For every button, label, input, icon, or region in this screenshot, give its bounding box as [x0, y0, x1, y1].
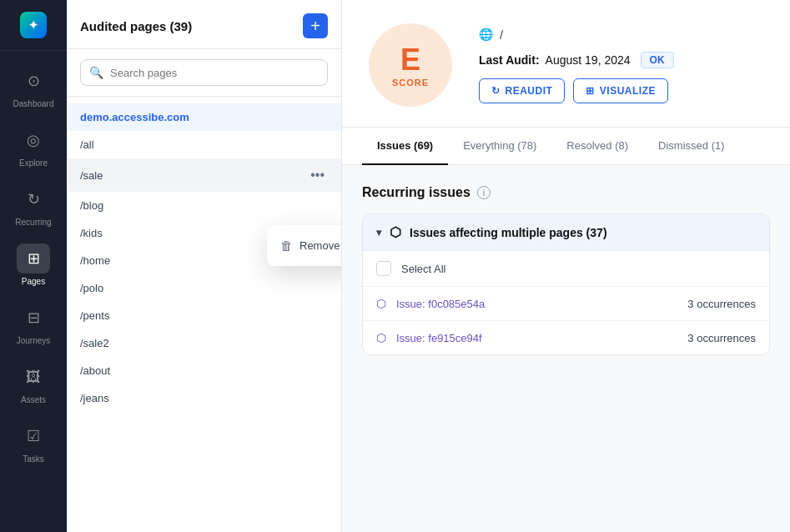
sidebar-item-dashboard[interactable]: ⊙ Dashboard [0, 58, 67, 117]
trash-icon: 🗑 [280, 238, 293, 253]
score-circle: E SCORE [369, 23, 452, 107]
search-input-wrap[interactable]: 🔍 [80, 59, 328, 86]
sidebar-item-label: Assets [21, 395, 46, 404]
context-menu: 🗑 Remove Page [267, 225, 342, 266]
page-item-sale[interactable]: /sale ••• [67, 158, 341, 192]
globe-icon: 🌐 [479, 28, 493, 41]
sidebar-header: Audited pages (39) + [67, 0, 341, 49]
page-url-row: 🌐 / [479, 28, 674, 42]
tab-everything[interactable]: Everything (78) [448, 128, 551, 165]
group-header: ▾ ⬡ Issues affecting multiple pages (37) [363, 214, 769, 250]
page-header: E SCORE 🌐 / Last Audit: August 19, 2024 … [342, 0, 790, 128]
audit-row: Last Audit: August 19, 2024 OK [479, 52, 674, 68]
explore-icon: ◎ [27, 131, 40, 149]
page-item-pents[interactable]: /pents [67, 302, 341, 329]
chevron-down-icon[interactable]: ▾ [376, 227, 381, 238]
page-item-jeans[interactable]: /jeans [67, 384, 341, 412]
sidebar-item-label: Pages [22, 277, 45, 286]
sidebar-title: Audited pages (39) [80, 19, 192, 33]
sidebar-item-label: Explore [19, 158, 48, 168]
issue-link-1[interactable]: Issue: f0c085e54a [396, 298, 485, 310]
dashboard-icon: ⊙ [28, 72, 40, 90]
remove-page-menu-item[interactable]: 🗑 Remove Page [267, 230, 342, 261]
page-item-all[interactable]: /all [67, 131, 341, 158]
page-item-root[interactable]: demo.accessibe.com [67, 103, 341, 131]
left-navigation: ✦ ⊙ Dashboard ◎ Explore ↻ Recurring ⊞ Pa… [0, 0, 67, 532]
select-all-label: Select All [401, 263, 445, 275]
issues-group: ▾ ⬡ Issues affecting multiple pages (37)… [362, 213, 770, 355]
page-item-sale2[interactable]: /sale2 [67, 329, 341, 357]
logo-icon: ✦ [20, 12, 47, 38]
group-title: Issues affecting multiple pages (37) [410, 226, 607, 239]
cube-icon: ⬡ [390, 224, 401, 240]
search-icon: 🔍 [89, 66, 103, 79]
issue-cube-icon-2: ⬡ [376, 331, 386, 344]
page-item-about[interactable]: /about [67, 357, 341, 384]
tab-dismissed[interactable]: Dismissed (1) [643, 128, 739, 165]
sidebar-item-journeys[interactable]: ⊟ Journeys [0, 294, 67, 354]
pages-icon: ⊞ [28, 249, 40, 268]
issue-count-1: 3 occurrences [687, 298, 756, 310]
issue-cube-icon-1: ⬡ [376, 297, 386, 310]
sidebar-item-explore[interactable]: ◎ Explore [0, 117, 67, 176]
reaudit-icon: ↻ [491, 85, 501, 97]
url-slash: / [500, 28, 503, 42]
info-icon: i [477, 186, 491, 199]
search-area: 🔍 [67, 49, 341, 97]
app-logo: ✦ [0, 0, 67, 51]
sidebar-item-label: Recurring [15, 218, 51, 227]
search-input[interactable] [110, 67, 319, 79]
visualize-icon: ⊞ [586, 85, 595, 97]
ok-badge: OK [641, 52, 674, 68]
page-item-blog[interactable]: /blog [67, 192, 341, 219]
issue-count-2: 3 occurrences [687, 332, 756, 344]
tab-resolved[interactable]: Resolved (8) [551, 128, 643, 165]
main-content: E SCORE 🌐 / Last Audit: August 19, 2024 … [342, 0, 790, 532]
page-options-button[interactable]: ••• [307, 166, 328, 184]
sidebar-item-tasks[interactable]: ☑ Tasks [0, 413, 67, 472]
sidebar-item-label: Journeys [17, 336, 51, 345]
journeys-icon: ⊟ [28, 309, 40, 327]
page-info: 🌐 / Last Audit: August 19, 2024 OK ↻ REA… [479, 28, 674, 103]
sidebar-item-label: Tasks [23, 454, 44, 464]
select-all-checkbox[interactable] [376, 261, 391, 276]
tabs-bar: Issues (69) Everything (78) Resolved (8)… [342, 128, 790, 165]
issue-row-1: ⬡ Issue: f0c085e54a 3 occurrences [363, 286, 769, 320]
sidebar-item-recurring[interactable]: ↻ Recurring [0, 176, 67, 235]
reaudit-button[interactable]: ↻ REAUDIT [479, 78, 565, 103]
tasks-icon: ☑ [27, 427, 40, 445]
sidebar-item-assets[interactable]: 🖼 Assets [0, 354, 67, 413]
issues-section: Recurring issues i ▾ ⬡ Issues affecting … [342, 165, 790, 375]
visualize-button[interactable]: ⊞ VISUALIZE [573, 78, 668, 103]
recurring-icon: ↻ [28, 190, 40, 208]
assets-icon: 🖼 [26, 369, 41, 386]
page-item-polo[interactable]: /polo [67, 274, 341, 302]
section-title: Recurring issues i [362, 185, 770, 200]
tab-issues[interactable]: Issues (69) [362, 128, 448, 165]
select-all-row: Select All [363, 250, 769, 286]
issue-row-2: ⬡ Issue: fe915ce94f 3 occurrences [363, 320, 769, 354]
sidebar-item-label: Dashboard [13, 99, 54, 108]
action-buttons: ↻ REAUDIT ⊞ VISUALIZE [479, 78, 674, 103]
add-page-button[interactable]: + [303, 13, 328, 38]
issue-link-2[interactable]: Issue: fe915ce94f [396, 332, 482, 344]
pages-sidebar: Audited pages (39) + 🔍 demo.accessibe.co… [67, 0, 342, 532]
sidebar-item-pages[interactable]: ⊞ Pages [0, 235, 67, 294]
last-audit-label: Last Audit: August 19, 2024 [479, 53, 631, 67]
